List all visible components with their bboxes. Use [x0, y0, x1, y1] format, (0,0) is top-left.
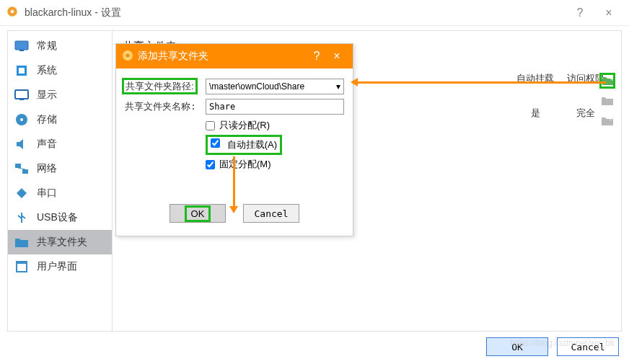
svg-text:+: +	[610, 75, 613, 83]
svg-point-9	[20, 118, 23, 121]
svg-rect-6	[15, 90, 28, 99]
chip-icon	[14, 63, 30, 79]
monitor-icon	[14, 38, 30, 54]
dialog-cancel-button[interactable]: Cancel	[243, 204, 299, 223]
window-title: blackarch-linux - 设置	[25, 6, 566, 19]
sidebar-item-interface[interactable]: 用户界面	[8, 254, 112, 279]
svg-rect-5	[19, 68, 25, 74]
svg-point-18	[126, 53, 130, 57]
svg-line-12	[18, 168, 25, 169]
display-icon	[14, 87, 30, 103]
path-select[interactable]: \master\ownCloud\Share ▾	[206, 79, 344, 94]
dialog-ok-button[interactable]: OK	[170, 204, 226, 223]
sidebar-item-usb[interactable]: USB设备	[8, 205, 112, 230]
close-button[interactable]: ×	[594, 6, 623, 19]
sidebar-item-storage[interactable]: 存储	[8, 107, 112, 132]
svg-rect-3	[19, 50, 24, 51]
folder-icon	[14, 234, 30, 250]
sidebar: 常规 系统 显示 存储 声音 网络 串口 USB设备 共享文件夹 用户界面	[8, 31, 113, 331]
svg-rect-7	[19, 99, 24, 100]
svg-rect-14	[17, 264, 26, 271]
sidebar-item-network[interactable]: 网络	[8, 156, 112, 181]
svg-rect-10	[15, 164, 21, 168]
svg-rect-2	[15, 41, 28, 50]
watermark: https://blog.csdn.net/wy_bk	[510, 338, 615, 348]
name-input[interactable]	[206, 99, 344, 115]
sidebar-item-general[interactable]: 常规	[8, 34, 112, 58]
gear-icon	[122, 50, 133, 63]
automount-checkbox[interactable]: 自动挂载(A)	[206, 135, 282, 155]
remove-folder-button[interactable]: -	[599, 113, 615, 129]
dialog-close-button[interactable]: ×	[327, 50, 347, 63]
dialog-help-button[interactable]: ?	[307, 50, 327, 63]
path-label: 共享文件夹路径:	[122, 78, 198, 94]
svg-point-1	[11, 9, 14, 13]
svg-text:-: -	[610, 115, 612, 123]
permanent-checkbox[interactable]: 固定分配(M)	[206, 158, 344, 171]
help-button[interactable]: ?	[566, 6, 594, 19]
speaker-icon	[14, 136, 30, 152]
add-folder-button[interactable]: +	[599, 73, 615, 89]
gear-icon	[6, 5, 19, 21]
chevron-down-icon: ▾	[336, 81, 340, 92]
svg-rect-11	[22, 169, 28, 174]
sidebar-item-audio[interactable]: 声音	[8, 132, 112, 156]
readonly-checkbox[interactable]: 只读分配(R)	[206, 119, 344, 132]
edit-folder-button[interactable]	[599, 93, 615, 109]
sidebar-item-serial[interactable]: 串口	[8, 181, 112, 205]
sidebar-item-shared-folders[interactable]: 共享文件夹	[8, 230, 112, 254]
usb-icon	[14, 210, 30, 226]
sidebar-item-system[interactable]: 系统	[8, 58, 112, 83]
serial-icon	[14, 185, 30, 201]
ui-icon	[14, 259, 30, 275]
annotation-arrow	[233, 156, 235, 210]
annotation-arrow	[353, 81, 606, 84]
sidebar-item-display[interactable]: 显示	[8, 83, 112, 107]
network-icon	[14, 161, 30, 177]
dialog-title: 添加共享文件夹	[138, 50, 307, 63]
name-label: 共享文件夹名称:	[125, 100, 206, 113]
disk-icon	[14, 112, 30, 128]
